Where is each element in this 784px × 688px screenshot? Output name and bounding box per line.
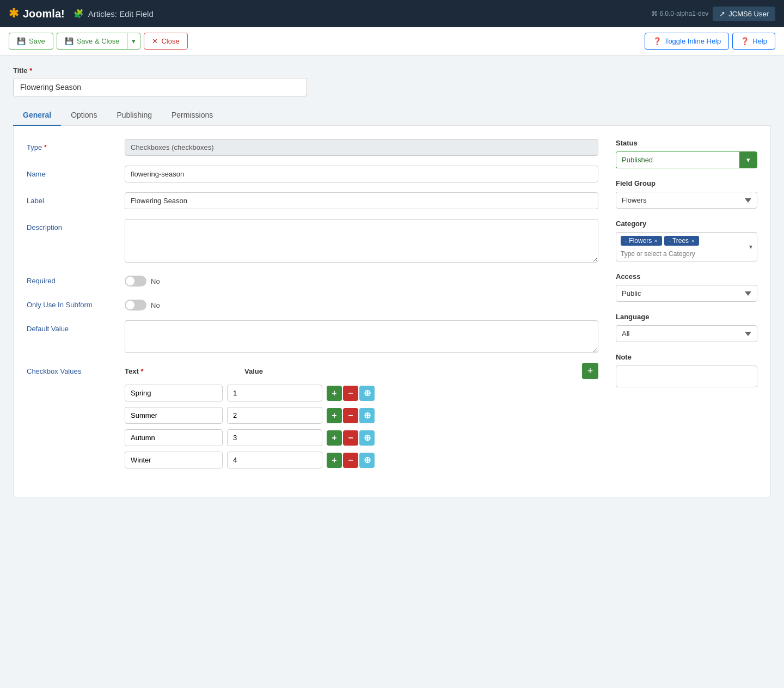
checkbox-value-4[interactable] [227,452,322,468]
save-button[interactable]: 💾 Save [9,33,53,50]
save-close-button[interactable]: 💾 Save & Close [57,33,127,50]
required-toggle-wrap: No [125,272,160,287]
checkbox-value-1[interactable] [227,385,322,401]
tab-bar: General Options Publishing Permissions [13,105,771,126]
checkbox-values-header: Text * Value + [125,363,598,379]
save-close-label: Save & Close [77,37,120,45]
add-row-1-button[interactable]: + [327,386,342,401]
remove-row-3-button[interactable]: − [343,430,358,446]
name-field[interactable] [125,166,598,182]
remove-row-2-button[interactable]: − [343,408,358,423]
toggle-inline-help-button[interactable]: ❓ Toggle Inline Help [645,33,729,50]
subform-toggle-label: No [151,301,160,309]
help-button[interactable]: ❓ Help [732,33,775,50]
checkbox-text-3[interactable] [125,429,223,446]
tab-permissions[interactable]: Permissions [162,105,223,126]
nav-left: ✱ Joomla! 🧩 Articles: Edit Field [9,7,154,21]
row-actions-4: + − ⊕ [327,453,375,468]
category-tag-flowers: - Flowers × [621,236,662,246]
category-select-wrap[interactable]: - Flowers × - Trees × ▾ [616,232,757,261]
category-tag-trees: - Trees × [664,236,699,246]
user-button[interactable]: ↗ JCMS6 User [713,7,775,21]
status-select[interactable]: Published Unpublished Archived Trashed [616,151,739,168]
toggle-help-label: Toggle Inline Help [665,37,721,45]
language-select-wrap: All [616,325,757,342]
add-checkbox-value-button[interactable]: + [582,363,598,379]
remove-category-flowers-button[interactable]: × [654,238,657,244]
question-circle-icon: ❓ [653,37,661,45]
tab-general[interactable]: General [13,105,61,126]
checkbox-values-label: Checkbox Values [27,363,125,375]
field-group-select-wrap: - None - Flowers [616,192,757,209]
tab-options[interactable]: Options [61,105,107,126]
category-tag-trees-label: - Trees [669,237,689,245]
description-label: Description [27,219,125,232]
title-section: Title * [13,66,771,96]
access-select[interactable]: Public Registered Special [616,285,757,302]
nav-right: ⌘ 6.0.0-alpha1-dev ↗ JCMS6 User [651,7,775,21]
table-row: + − ⊕ [125,385,598,401]
drag-row-4-button[interactable]: ⊕ [359,453,375,468]
required-toggle[interactable] [125,276,146,287]
row-actions-1: + − ⊕ [327,386,375,401]
drag-row-1-button[interactable]: ⊕ [359,386,375,401]
status-section: Status Published Unpublished Archived Tr… [616,139,757,168]
field-group-select[interactable]: - None - Flowers [616,192,757,209]
checkbox-text-1[interactable] [125,385,223,401]
content-area: Title * General Options Publishing Permi… [0,56,784,508]
checkbox-values-content: Text * Value + [125,363,598,474]
label-field[interactable] [125,192,598,209]
add-row-4-button[interactable]: + [327,453,342,468]
close-icon: ✕ [152,37,158,45]
checkbox-value-3[interactable] [227,429,322,446]
user-button-label: JCMS6 User [728,10,769,18]
remove-row-4-button[interactable]: − [343,453,358,468]
page-title-nav: 🧩 Articles: Edit Field [74,9,154,19]
description-field[interactable] [125,219,598,263]
save-close-split: 💾 Save & Close ▾ [57,33,141,50]
form-main: Type * Name Label [27,139,598,484]
close-label: Close [161,37,179,45]
language-select[interactable]: All [616,325,757,342]
title-required-indicator: * [29,66,32,75]
top-navigation: ✱ Joomla! 🧩 Articles: Edit Field ⌘ 6.0.0… [0,0,784,27]
save-label: Save [29,37,45,45]
drag-row-2-button[interactable]: ⊕ [359,408,375,423]
close-button[interactable]: ✕ Close [144,33,187,50]
form-layout: Type * Name Label [27,139,757,484]
field-group-section: Field Group - None - Flowers [616,179,757,209]
title-input[interactable] [13,78,307,96]
form-card: Type * Name Label [13,126,771,497]
status-section-label: Status [616,139,757,147]
type-label: Type * [27,139,125,151]
checkbox-text-2[interactable] [125,407,223,424]
toolbar-left: 💾 Save 💾 Save & Close ▾ ✕ Close [9,33,188,50]
drag-row-3-button[interactable]: ⊕ [359,430,375,446]
note-field[interactable] [616,366,757,387]
remove-category-trees-button[interactable]: × [691,238,694,244]
row-actions-2: + − ⊕ [327,408,375,423]
access-select-wrap: Public Registered Special [616,285,757,302]
help-label: Help [752,37,767,45]
default-value-field[interactable] [125,320,598,353]
subform-toggle[interactable] [125,300,146,310]
category-label: Category [616,220,757,228]
tab-publishing[interactable]: Publishing [107,105,162,126]
title-label: Title * [13,66,771,75]
add-row-3-button[interactable]: + [327,430,342,446]
row-actions-3: + − ⊕ [327,430,375,446]
name-label: Name [27,166,125,178]
status-dropdown-button[interactable]: ▾ [739,151,757,168]
joomla-logo-icon: ✱ [9,7,19,21]
nav-page-title: Articles: Edit Field [88,9,154,19]
subform-group: Only Use In Subform No [27,296,598,310]
save-close-dropdown-button[interactable]: ▾ [127,33,140,50]
category-input[interactable] [621,250,742,258]
language-label: Language [616,313,757,321]
remove-row-1-button[interactable]: − [343,386,358,401]
checkbox-text-4[interactable] [125,452,223,468]
category-chevron-icon[interactable]: ▾ [749,243,752,251]
access-section: Access Public Registered Special [616,272,757,302]
add-row-2-button[interactable]: + [327,408,342,423]
checkbox-value-2[interactable] [227,407,322,424]
